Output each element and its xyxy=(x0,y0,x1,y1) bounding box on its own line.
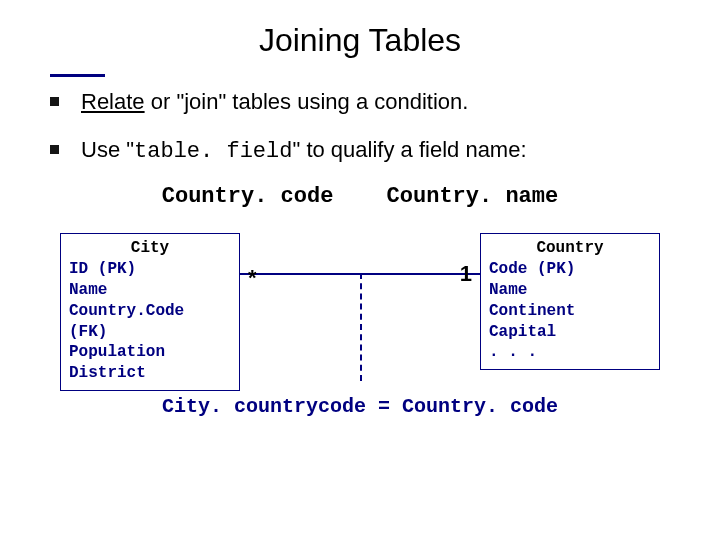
field: Population xyxy=(69,342,231,363)
entity-country-fields: Code (PK) Name Continent Capital . . . xyxy=(489,259,651,363)
join-condition: City. countrycode = Country. code xyxy=(0,395,720,418)
bullet-2-post: " to qualify a field name: xyxy=(292,137,526,162)
field: Name xyxy=(489,280,651,301)
bullet-2: Use "table. field" to qualify a field na… xyxy=(50,135,670,167)
field: Name xyxy=(69,280,231,301)
bullet-2-pre: Use " xyxy=(81,137,134,162)
field: Capital xyxy=(489,322,651,343)
page-title: Joining Tables xyxy=(0,0,720,59)
field: Continent xyxy=(489,301,651,322)
square-bullet-icon xyxy=(50,145,59,154)
field: Country.Code (FK) xyxy=(69,301,231,343)
field: District xyxy=(69,363,231,384)
bullet-list: Relate or "join" tables using a conditio… xyxy=(50,87,670,166)
entity-city-name: City xyxy=(69,234,231,259)
cardinality-one: 1 xyxy=(460,261,472,287)
entity-country: Country Code (PK) Name Continent Capital… xyxy=(480,233,660,370)
bullet-1-text: or "join" tables using a condition. xyxy=(145,89,469,114)
er-diagram: City ID (PK) Name Country.Code (FK) Popu… xyxy=(60,233,660,393)
example-2: Country. name xyxy=(387,184,559,209)
qualified-examples: Country. code Country. name xyxy=(0,184,720,209)
bullet-2-code: table. field xyxy=(134,139,292,164)
title-accent xyxy=(50,74,105,77)
cardinality-many: * xyxy=(248,265,257,291)
bullet-1: Relate or "join" tables using a conditio… xyxy=(50,87,670,117)
field: Code (PK) xyxy=(489,259,651,280)
entity-city-fields: ID (PK) Name Country.Code (FK) Populatio… xyxy=(69,259,231,384)
field: . . . xyxy=(489,342,651,363)
field: ID (PK) xyxy=(69,259,231,280)
dashed-connector xyxy=(360,273,362,381)
entity-country-name: Country xyxy=(489,234,651,259)
bullet-1-keyword: Relate xyxy=(81,89,145,114)
square-bullet-icon xyxy=(50,97,59,106)
example-1: Country. code xyxy=(162,184,334,209)
entity-city: City ID (PK) Name Country.Code (FK) Popu… xyxy=(60,233,240,391)
